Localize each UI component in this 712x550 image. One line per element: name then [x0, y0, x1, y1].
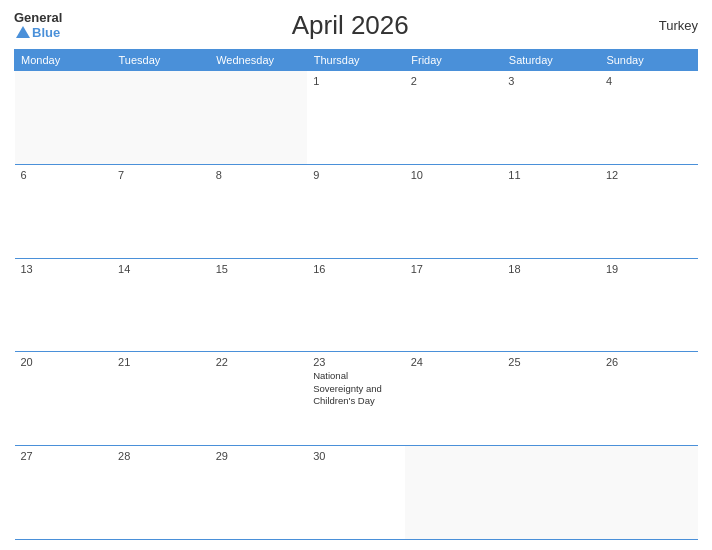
day-number: 13 — [21, 263, 107, 275]
day-number: 10 — [411, 169, 497, 181]
empty-cell — [405, 446, 503, 540]
day-cell-6: 6 — [15, 164, 113, 258]
day-number: 6 — [21, 169, 107, 181]
day-number: 12 — [606, 169, 692, 181]
day-cell-9: 9 — [307, 164, 405, 258]
logo: General Blue — [14, 11, 62, 40]
day-number: 15 — [216, 263, 302, 275]
day-number: 18 — [508, 263, 594, 275]
day-number: 25 — [508, 356, 594, 368]
week-row-2: 6 7 8 9 10 11 12 — [15, 164, 698, 258]
day-cell-12: 12 — [600, 164, 698, 258]
day-cell-18: 18 — [502, 258, 600, 352]
empty-cell — [112, 71, 210, 165]
day-cell-3: 3 — [502, 71, 600, 165]
day-cell-11: 11 — [502, 164, 600, 258]
day-cell-16: 16 — [307, 258, 405, 352]
day-number: 19 — [606, 263, 692, 275]
weekday-header-row: Monday Tuesday Wednesday Thursday Friday… — [15, 50, 698, 71]
day-number: 27 — [21, 450, 107, 462]
day-number: 24 — [411, 356, 497, 368]
day-number: 30 — [313, 450, 399, 462]
week-row-5: 27 28 29 30 — [15, 446, 698, 540]
day-number: 26 — [606, 356, 692, 368]
day-cell-7: 7 — [112, 164, 210, 258]
day-cell-17: 17 — [405, 258, 503, 352]
day-number: 1 — [313, 75, 399, 87]
header-saturday: Saturday — [502, 50, 600, 71]
day-cell-13: 13 — [15, 258, 113, 352]
day-number: 9 — [313, 169, 399, 181]
day-cell-24: 24 — [405, 352, 503, 446]
header-thursday: Thursday — [307, 50, 405, 71]
day-cell-30: 30 — [307, 446, 405, 540]
day-cell-25: 25 — [502, 352, 600, 446]
day-cell-15: 15 — [210, 258, 308, 352]
week-row-4: 20 21 22 23 National Sovereignty and Chi… — [15, 352, 698, 446]
country-label: Turkey — [638, 18, 698, 33]
day-number: 2 — [411, 75, 497, 87]
header-tuesday: Tuesday — [112, 50, 210, 71]
header-friday: Friday — [405, 50, 503, 71]
day-cell-1: 1 — [307, 71, 405, 165]
day-number: 14 — [118, 263, 204, 275]
day-cell-22: 22 — [210, 352, 308, 446]
day-cell-4: 4 — [600, 71, 698, 165]
day-number: 3 — [508, 75, 594, 87]
empty-cell — [15, 71, 113, 165]
empty-cell — [600, 446, 698, 540]
header-monday: Monday — [15, 50, 113, 71]
day-number: 22 — [216, 356, 302, 368]
logo-triangle-icon — [16, 26, 30, 38]
day-number: 17 — [411, 263, 497, 275]
day-cell-29: 29 — [210, 446, 308, 540]
day-number: 7 — [118, 169, 204, 181]
calendar-table: Monday Tuesday Wednesday Thursday Friday… — [14, 49, 698, 540]
day-cell-19: 19 — [600, 258, 698, 352]
day-cell-14: 14 — [112, 258, 210, 352]
logo-blue-text: Blue — [32, 26, 60, 40]
calendar-page: General Blue April 2026 Turkey Monday Tu… — [0, 0, 712, 550]
day-number: 16 — [313, 263, 399, 275]
calendar-title: April 2026 — [62, 10, 638, 41]
day-cell-27: 27 — [15, 446, 113, 540]
header-wednesday: Wednesday — [210, 50, 308, 71]
day-number: 29 — [216, 450, 302, 462]
day-number: 28 — [118, 450, 204, 462]
empty-cell — [210, 71, 308, 165]
day-number: 20 — [21, 356, 107, 368]
day-cell-20: 20 — [15, 352, 113, 446]
day-number: 11 — [508, 169, 594, 181]
day-number: 4 — [606, 75, 692, 87]
empty-cell — [502, 446, 600, 540]
day-cell-21: 21 — [112, 352, 210, 446]
holiday-label: National Sovereignty and Children's Day — [313, 370, 399, 407]
day-cell-28: 28 — [112, 446, 210, 540]
day-number: 21 — [118, 356, 204, 368]
day-cell-26: 26 — [600, 352, 698, 446]
day-cell-2: 2 — [405, 71, 503, 165]
day-number: 8 — [216, 169, 302, 181]
header-sunday: Sunday — [600, 50, 698, 71]
day-cell-23: 23 National Sovereignty and Children's D… — [307, 352, 405, 446]
day-cell-10: 10 — [405, 164, 503, 258]
day-number: 23 — [313, 356, 399, 368]
week-row-1: 1 2 3 4 — [15, 71, 698, 165]
day-cell-8: 8 — [210, 164, 308, 258]
header: General Blue April 2026 Turkey — [14, 10, 698, 41]
week-row-3: 13 14 15 16 17 18 19 — [15, 258, 698, 352]
logo-general-text: General — [14, 11, 62, 25]
